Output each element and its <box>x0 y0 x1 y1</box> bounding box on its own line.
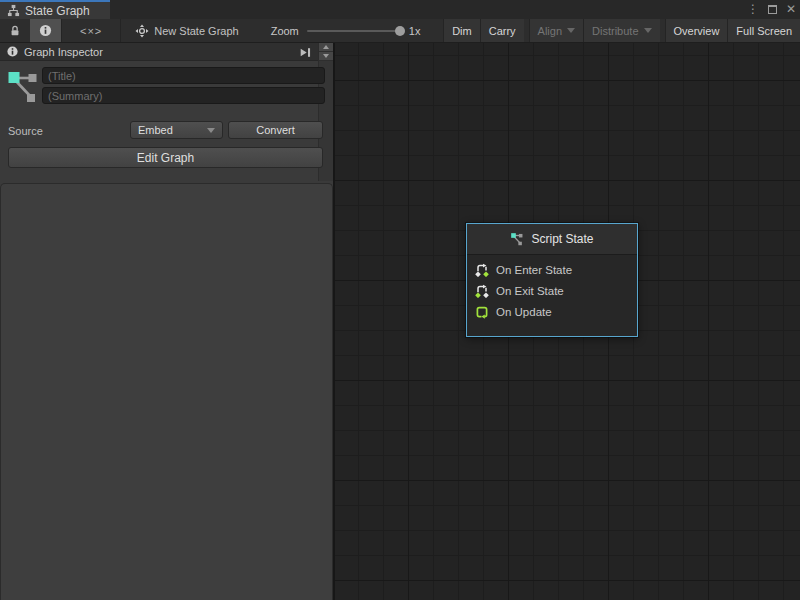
zoom-control: Zoom 1x <box>247 19 421 42</box>
close-icon[interactable]: ✕ <box>786 0 796 19</box>
code-icon: <×> <box>80 25 102 37</box>
event-label: On Enter State <box>496 264 572 276</box>
zoom-label: Zoom <box>271 25 299 37</box>
zoom-slider-handle[interactable] <box>395 26 405 36</box>
summary-input[interactable] <box>42 87 325 104</box>
window-menu-icon[interactable]: ⋮ <box>747 0 759 19</box>
inspector-title: Graph Inspector <box>24 46 103 58</box>
zoom-value: 1x <box>409 25 421 37</box>
script-state-node[interactable]: Script State On Enter State <box>466 223 638 337</box>
event-label: On Exit State <box>496 285 564 297</box>
source-dropdown[interactable]: Embed <box>130 121 223 139</box>
state-graph-icon <box>8 69 39 105</box>
distribute-button[interactable]: Distribute <box>583 19 659 42</box>
state-graph-window: State Graph ⋮ ✕ <×> <box>0 0 800 600</box>
inspector-toggle-button[interactable] <box>30 19 61 42</box>
triangle-up-icon <box>323 45 329 49</box>
move-gizmo-icon <box>135 24 149 38</box>
chevron-down-icon <box>567 28 575 33</box>
lock-icon <box>9 24 21 37</box>
convert-button[interactable]: Convert <box>228 121 323 139</box>
graph-inspector-panel: Graph Inspector Source Embed <box>0 43 335 600</box>
node-title: Script State <box>531 232 593 246</box>
chevron-down-icon <box>207 128 215 133</box>
dim-button[interactable]: Dim <box>443 19 480 42</box>
toolbar: <×> New State Graph Zoom 1x Dim Carry <box>0 19 800 43</box>
update-icon <box>475 305 489 319</box>
chevron-down-icon <box>644 28 652 33</box>
toolbar-right-buttons: Dim Carry Align Distribute Overview Full… <box>443 19 800 42</box>
title-input[interactable] <box>42 67 325 84</box>
event-row[interactable]: On Exit State <box>467 280 637 301</box>
event-label: On Update <box>496 306 552 318</box>
info-icon <box>39 24 52 37</box>
code-preview-button[interactable]: <×> <box>62 19 120 42</box>
source-label: Source <box>8 125 43 137</box>
tab-label: State Graph <box>25 4 90 18</box>
carry-button[interactable]: Carry <box>480 19 524 42</box>
inspector-lower-panel <box>0 183 333 600</box>
graph-breadcrumb[interactable]: New State Graph <box>121 19 246 42</box>
info-icon <box>7 46 18 57</box>
triangle-down-icon <box>323 54 329 58</box>
exit-state-icon <box>475 284 489 298</box>
overview-button[interactable]: Overview <box>665 19 728 42</box>
edit-graph-button[interactable]: Edit Graph <box>8 147 323 168</box>
graph-canvas[interactable]: Script State On Enter State <box>335 43 800 600</box>
source-dropdown-value: Embed <box>138 124 173 136</box>
event-row[interactable]: On Update <box>467 301 637 322</box>
lock-button[interactable] <box>0 19 30 42</box>
maximize-icon[interactable] <box>768 5 777 14</box>
state-graph-icon <box>510 232 524 246</box>
tab-state-graph[interactable]: State Graph <box>0 0 110 19</box>
scroll-down-button[interactable] <box>319 52 333 61</box>
dock-right-icon <box>299 47 311 58</box>
graph-name: New State Graph <box>154 25 238 37</box>
tab-bar: State Graph ⋮ ✕ <box>0 0 800 19</box>
event-row[interactable]: On Enter State <box>467 259 637 280</box>
scroll-up-button[interactable] <box>319 43 333 52</box>
enter-state-icon <box>475 263 489 277</box>
window-controls: ⋮ ✕ <box>747 0 796 19</box>
dock-right-button[interactable] <box>297 45 313 59</box>
full-screen-button[interactable]: Full Screen <box>727 19 800 42</box>
node-header[interactable]: Script State <box>467 224 637 255</box>
align-button[interactable]: Align <box>529 19 583 42</box>
zoom-slider[interactable] <box>307 30 401 32</box>
inspector-header: Graph Inspector <box>0 43 333 61</box>
hierarchy-icon <box>7 4 20 17</box>
